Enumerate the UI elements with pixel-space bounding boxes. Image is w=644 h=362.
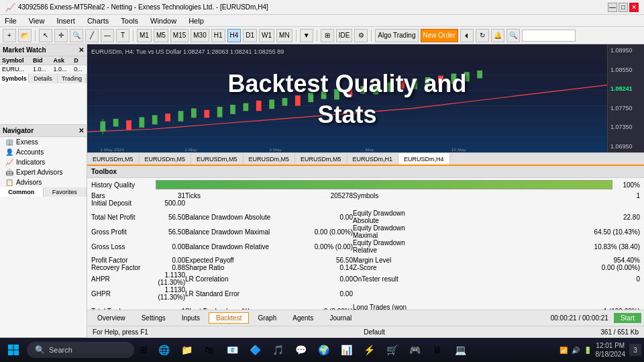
stats-row-deposit: Initial Deposit 500.00 bbox=[91, 199, 640, 207]
toolbar-crosshair[interactable]: ✛ bbox=[54, 29, 68, 42]
symbol-input[interactable] bbox=[522, 30, 576, 42]
app-chrome[interactable]: 🌍 bbox=[313, 339, 334, 361]
left-panel: Market Watch ✕ Symbol Bid Ask D bbox=[0, 44, 87, 338]
menu-view[interactable]: View bbox=[27, 17, 47, 25]
chart-tab-2[interactable]: EURUSDm,M5 bbox=[140, 153, 192, 165]
toolbar-tf-d1[interactable]: D1 bbox=[243, 29, 257, 42]
tab-agents[interactable]: Agents bbox=[285, 312, 321, 324]
toolbar-tf-h1[interactable]: H1 bbox=[211, 29, 225, 42]
toolbar-tf-m15[interactable]: M15 bbox=[170, 29, 189, 42]
app-laptop[interactable]: 💻 bbox=[449, 339, 471, 361]
navigator-close[interactable]: ✕ bbox=[78, 127, 84, 134]
menu-file[interactable]: File bbox=[3, 17, 19, 25]
toolbar-chart-type[interactable]: ▼ bbox=[300, 29, 313, 42]
tab-inputs[interactable]: Inputs bbox=[174, 312, 207, 324]
chart-tab-7[interactable]: EURUSDm,H4 bbox=[398, 153, 450, 165]
nav-item-accounts[interactable]: 👤 Accounts bbox=[0, 147, 87, 157]
nav-accounts-icon: 👤 bbox=[5, 148, 13, 156]
mw-tab-symbols[interactable]: Symbols bbox=[0, 74, 29, 83]
bd-abs-val: 0.00 bbox=[306, 210, 353, 224]
chart-tab-6[interactable]: EURUSDm,H1 bbox=[347, 153, 399, 165]
menu-help[interactable]: Help bbox=[186, 17, 206, 25]
chart-tab-1[interactable]: EURUSDm,M5 bbox=[87, 153, 140, 165]
svg-rect-19 bbox=[269, 99, 274, 109]
minimize-button[interactable]: — bbox=[608, 3, 617, 12]
tab-settings[interactable]: Settings bbox=[134, 312, 173, 324]
app-music[interactable]: 🎵 bbox=[267, 339, 288, 361]
bd-abs-label: Balance Drawdown Absolute bbox=[185, 210, 306, 224]
toolbar-tf-m1[interactable]: M1 bbox=[137, 29, 152, 42]
menu-charts[interactable]: Charts bbox=[85, 17, 111, 25]
toolbar-tf-m5[interactable]: M5 bbox=[154, 29, 168, 42]
toolbar-tf-w1[interactable]: W1 bbox=[259, 29, 274, 42]
toolbar-hline[interactable]: — bbox=[101, 29, 114, 42]
toolbar-history[interactable]: ⏴ bbox=[460, 29, 474, 42]
chart-tab-4[interactable]: EURUSDm,M5 bbox=[244, 153, 296, 165]
taskbar-search[interactable]: 🔍 Search bbox=[27, 342, 134, 358]
app-store[interactable]: 🛍 bbox=[199, 339, 220, 361]
nav-advisors-icon: 📋 bbox=[5, 179, 13, 186]
app-edge[interactable]: 🌐 bbox=[153, 339, 174, 361]
toolbar-grid[interactable]: ⊞ bbox=[321, 29, 334, 42]
toolbar-new-order[interactable]: New Order bbox=[421, 29, 458, 42]
toolbar-cursor[interactable]: ↖ bbox=[39, 29, 52, 42]
ed-max-val: 64.50 (10.43%) bbox=[413, 224, 640, 239]
menu-window[interactable]: Window bbox=[148, 17, 178, 25]
task-view-button[interactable]: ⊞ bbox=[137, 341, 150, 359]
app-blue1[interactable]: 🔷 bbox=[244, 339, 266, 361]
app-explorer[interactable]: 📁 bbox=[176, 339, 197, 361]
toolbar-tf-m30[interactable]: M30 bbox=[191, 29, 209, 42]
chart-tab-5[interactable]: EURUSDm,M5 bbox=[295, 153, 347, 165]
market-watch-close[interactable]: ✕ bbox=[78, 46, 84, 54]
toolbar-zoom-in[interactable]: 🔍 bbox=[70, 29, 83, 42]
ep-val: 56.50 bbox=[306, 257, 353, 264]
app-game[interactable]: 🎮 bbox=[404, 339, 425, 361]
app-shop[interactable]: 🛒 bbox=[381, 339, 402, 361]
maximize-button[interactable]: □ bbox=[619, 3, 628, 12]
status-center: Default bbox=[364, 328, 385, 336]
app-tradingview[interactable]: 📊 bbox=[335, 339, 357, 361]
mw-tab-trading[interactable]: Trading bbox=[58, 74, 87, 83]
notification-button[interactable]: 3 bbox=[629, 344, 641, 356]
app-whatsapp[interactable]: 💬 bbox=[290, 339, 311, 361]
chart-area[interactable]: EURUSDm, H4: Tue vs US Dollar 1:08247 1:… bbox=[87, 44, 644, 152]
tab-backtest[interactable]: Backtest bbox=[209, 312, 249, 324]
start-button[interactable]: Start bbox=[614, 313, 641, 323]
nav-tab-common[interactable]: Common bbox=[0, 187, 44, 197]
nav-item-exness[interactable]: 🏢 Exness bbox=[0, 137, 87, 147]
toolbar-tf-mn[interactable]: MN bbox=[276, 29, 292, 42]
nav-item-indicators[interactable]: 📈 Indicators bbox=[0, 157, 87, 167]
menu-insert[interactable]: Insert bbox=[54, 17, 77, 25]
toolbar-search-chart[interactable]: 🔍 bbox=[506, 29, 520, 42]
app-window: 📈 43092586 Exness-MT5Real2 - Netting - E… bbox=[0, 0, 644, 362]
nav-item-expert-advisors[interactable]: 🤖 Expert Advisors bbox=[0, 167, 87, 177]
toolbar-tf-h4[interactable]: H4 bbox=[227, 29, 241, 42]
toolbar-algo-trading[interactable]: Algo Trading bbox=[375, 29, 418, 42]
app-monitor[interactable]: 🖥 bbox=[427, 339, 448, 361]
toolbar-refresh[interactable]: 🔔 bbox=[491, 29, 504, 42]
nav-tab-favorites[interactable]: Favorites bbox=[44, 187, 87, 197]
toolbar-settings[interactable]: ⚙ bbox=[354, 29, 368, 42]
start-button-taskbar[interactable] bbox=[3, 341, 24, 359]
chart-tab-3[interactable]: EURUSDm,M5 bbox=[191, 153, 244, 165]
toolbar-line[interactable]: ╱ bbox=[85, 29, 99, 42]
bd-rel-val: 0.00% (0.00) bbox=[306, 239, 353, 254]
app-mail[interactable]: 📧 bbox=[221, 339, 243, 361]
close-button[interactable]: ✕ bbox=[629, 3, 639, 12]
toolbar-open[interactable]: 📂 bbox=[18, 29, 32, 42]
toolbar-text[interactable]: T bbox=[116, 29, 129, 42]
tab-journal[interactable]: Journal bbox=[322, 312, 359, 324]
app-red1[interactable]: ⚡ bbox=[358, 339, 380, 361]
toolbar-ide[interactable]: IDE bbox=[336, 29, 353, 42]
tab-graph[interactable]: Graph bbox=[250, 312, 284, 324]
toolbar-forward[interactable]: ↻ bbox=[476, 29, 489, 42]
menu-tools[interactable]: Tools bbox=[119, 17, 140, 25]
tab-overview[interactable]: Overview bbox=[90, 312, 133, 324]
lr-cor-label: LR Correlation bbox=[185, 271, 306, 286]
taskbar-clock[interactable]: 12:01 PM 8/18/2024 bbox=[596, 341, 626, 359]
toolbar-new[interactable]: + bbox=[3, 29, 16, 42]
mw-tab-details[interactable]: Details bbox=[29, 74, 58, 83]
nav-item-advisors[interactable]: 📋 Advisors bbox=[0, 177, 87, 187]
mw-row[interactable]: EURU... 1.0... 1.0... 0... bbox=[0, 65, 87, 74]
svg-text:15 May: 15 May bbox=[451, 148, 467, 152]
